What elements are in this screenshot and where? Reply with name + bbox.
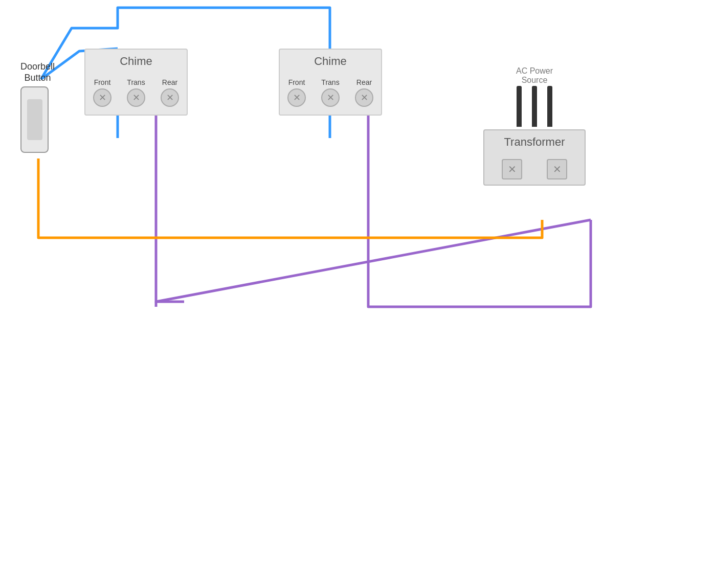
chime1-title: Chime	[93, 55, 179, 68]
chime2-terminals: Front ✕ Trans ✕ Rear ✕	[287, 78, 373, 107]
ac-prong-2	[532, 86, 537, 127]
chime1-front-screw: ✕	[93, 88, 111, 107]
transformer-body: Transformer ✕ ✕	[483, 129, 586, 186]
chime2-front-terminal: Front ✕	[287, 78, 306, 107]
transformer-terminals: ✕ ✕	[489, 159, 579, 179]
ac-prong-3	[547, 86, 552, 127]
chime2-front-label: Front	[288, 78, 305, 86]
chime1-trans-terminal: Trans ✕	[127, 78, 145, 107]
doorbell-body	[20, 86, 49, 153]
chime2-front-screw: ✕	[287, 88, 306, 107]
doorbell-label: Doorbell Button	[20, 61, 55, 83]
chime1-rear-screw: ✕	[161, 88, 179, 107]
transformer-terminal-2: ✕	[547, 159, 567, 179]
transformer-title: Transformer	[489, 135, 579, 149]
chime1-rear-terminal: Rear ✕	[161, 78, 179, 107]
chime1-component: Chime Front ✕ Trans ✕ Rear ✕	[84, 49, 188, 116]
chime1-box: Chime Front ✕ Trans ✕ Rear ✕	[84, 49, 188, 116]
chime2-component: Chime Front ✕ Trans ✕ Rear ✕	[279, 49, 382, 116]
chime2-trans-terminal: Trans ✕	[321, 78, 340, 107]
doorbell-inner	[27, 99, 42, 140]
chime1-trans-screw: ✕	[127, 88, 145, 107]
chime2-trans-screw: ✕	[321, 88, 340, 107]
doorbell-button-component: Doorbell Button	[20, 61, 55, 153]
chime1-front-terminal: Front ✕	[93, 78, 111, 107]
chime2-rear-label: Rear	[356, 78, 372, 86]
ac-power-label: AC Power Source	[483, 66, 586, 85]
chime2-title: Chime	[287, 55, 373, 68]
chime1-rear-label: Rear	[162, 78, 177, 86]
chime1-trans-label: Trans	[127, 78, 145, 86]
chime2-trans-label: Trans	[321, 78, 339, 86]
chime1-front-label: Front	[94, 78, 111, 86]
ac-prongs	[483, 86, 586, 127]
ac-prong-1	[517, 86, 522, 127]
transformer-terminal-1: ✕	[502, 159, 522, 179]
chime2-box: Chime Front ✕ Trans ✕ Rear ✕	[279, 49, 382, 116]
transformer-component: AC Power Source Transformer ✕ ✕	[483, 66, 586, 186]
chime1-terminals: Front ✕ Trans ✕ Rear ✕	[93, 78, 179, 107]
chime2-rear-terminal: Rear ✕	[355, 78, 373, 107]
chime2-rear-screw: ✕	[355, 88, 373, 107]
wiring-diagram: Doorbell Button Chime Front ✕ Trans ✕ Re…	[0, 0, 715, 588]
